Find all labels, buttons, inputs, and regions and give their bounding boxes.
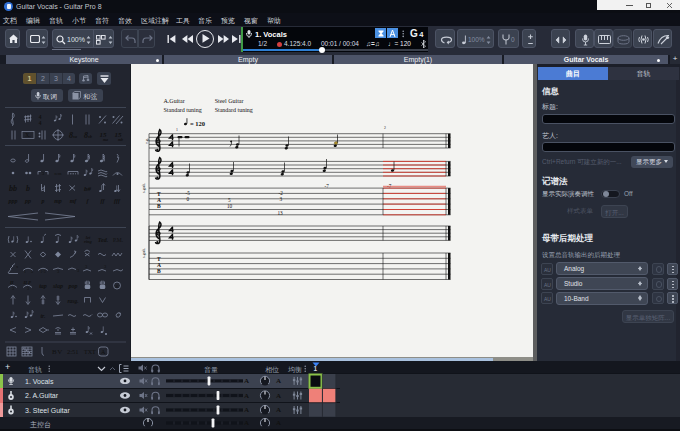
svg-text:2:51: 2:51	[67, 348, 79, 355]
svg-text:A: A	[244, 392, 249, 400]
svg-text:A: A	[276, 377, 281, 385]
svg-text:10: 10	[227, 203, 233, 209]
svg-text:A.Guitar: A.Guitar	[164, 98, 185, 104]
svg-text:TXT: TXT	[84, 349, 96, 355]
svg-text:A: A	[244, 406, 249, 414]
svg-text:= 120: = 120	[190, 120, 205, 127]
svg-text:1-3: 1-3	[40, 269, 45, 274]
svg-text:tr.: tr.	[40, 313, 46, 319]
svg-text:b#: b#	[84, 185, 92, 193]
svg-text:mf: mf	[70, 198, 78, 204]
svg-text:fff: fff	[114, 198, 121, 204]
svg-text:tap: tap	[39, 283, 47, 289]
svg-text:3: 3	[42, 171, 45, 176]
svg-text:3: 3	[77, 268, 80, 273]
svg-text:0: 0	[187, 196, 190, 202]
svg-text:ma: ma	[103, 137, 108, 142]
svg-text:s.guit.: s.guit.	[141, 248, 146, 258]
svg-text:pop: pop	[68, 283, 78, 289]
svg-text:ff: ff	[101, 198, 106, 204]
svg-text:A: A	[276, 392, 281, 400]
svg-text:v.g.: v.g.	[144, 138, 149, 144]
svg-text:Ted.: Ted.	[98, 237, 109, 243]
svg-text:Standard tuning: Standard tuning	[164, 107, 202, 113]
svg-text:b: b	[26, 184, 30, 193]
svg-text:8vb: 8vb	[84, 131, 93, 140]
svg-text:Steel Guitar: Steel Guitar	[215, 98, 244, 104]
svg-text:2: 2	[384, 126, 386, 130]
svg-text:1: 1	[24, 269, 26, 274]
svg-text:3: 3	[57, 269, 60, 274]
svg-text:mp: mp	[54, 198, 62, 204]
svg-text:Standard tuning: Standard tuning	[215, 107, 253, 113]
svg-text:pp: pp	[24, 198, 31, 204]
svg-text:H: H	[9, 280, 14, 285]
svg-text:A: A	[101, 349, 106, 355]
svg-text:ppp: ppp	[8, 198, 18, 204]
svg-text:H.P: H.P	[23, 280, 32, 285]
svg-text:4: 4	[39, 120, 42, 126]
svg-text:1: 1	[176, 128, 178, 132]
svg-text:3: 3	[104, 264, 107, 269]
svg-text:slap: slap	[52, 283, 63, 289]
svg-text:X.: X.	[25, 132, 31, 138]
svg-text:B: B	[157, 268, 161, 274]
svg-text:s.guit.: s.guit.	[141, 183, 146, 193]
svg-text:B: B	[157, 203, 161, 209]
svg-text:3: 3	[280, 196, 283, 202]
svg-text:-7: -7	[325, 183, 330, 189]
svg-text:ring: ring	[84, 239, 93, 244]
svg-text:f: f	[87, 198, 90, 204]
svg-text:p: p	[41, 198, 45, 204]
svg-text:BV: BV	[52, 348, 63, 356]
svg-text:mb: mb	[118, 137, 123, 142]
svg-text:3: 3	[31, 269, 33, 274]
svg-text:A: A	[276, 406, 281, 414]
svg-text:A: A	[244, 377, 249, 385]
svg-text:6: 6	[116, 284, 119, 289]
svg-text:3: 3	[85, 264, 88, 269]
svg-text:x: x	[16, 264, 19, 269]
svg-text:3: 3	[27, 286, 29, 291]
svg-text:P.M.: P.M.	[113, 237, 124, 243]
svg-text:-7: -7	[387, 183, 392, 189]
svg-text:bb: bb	[9, 184, 17, 193]
svg-text:8va: 8va	[69, 131, 78, 140]
svg-text:13: 13	[278, 210, 284, 216]
svg-text:A: A	[244, 419, 249, 427]
svg-text:A: A	[276, 419, 281, 427]
svg-text:n:m: n:m	[54, 171, 62, 176]
svg-text:3: 3	[12, 286, 14, 291]
svg-text:rasg.: rasg.	[67, 298, 78, 304]
